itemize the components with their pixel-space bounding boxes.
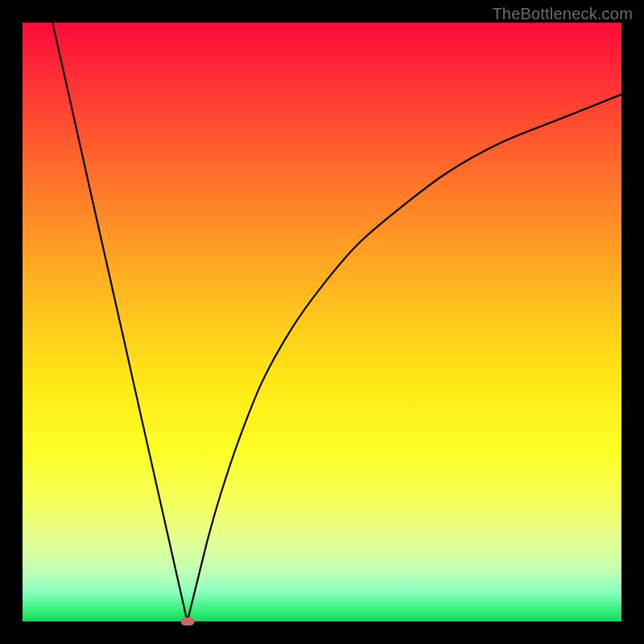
chart-frame: TheBottleneck.com bbox=[0, 0, 644, 644]
curve-right bbox=[188, 94, 621, 621]
curve-left bbox=[52, 23, 187, 621]
plot-area bbox=[23, 23, 621, 621]
watermark-text: TheBottleneck.com bbox=[492, 5, 633, 23]
min-marker bbox=[180, 617, 194, 625]
curve-svg bbox=[23, 23, 621, 621]
